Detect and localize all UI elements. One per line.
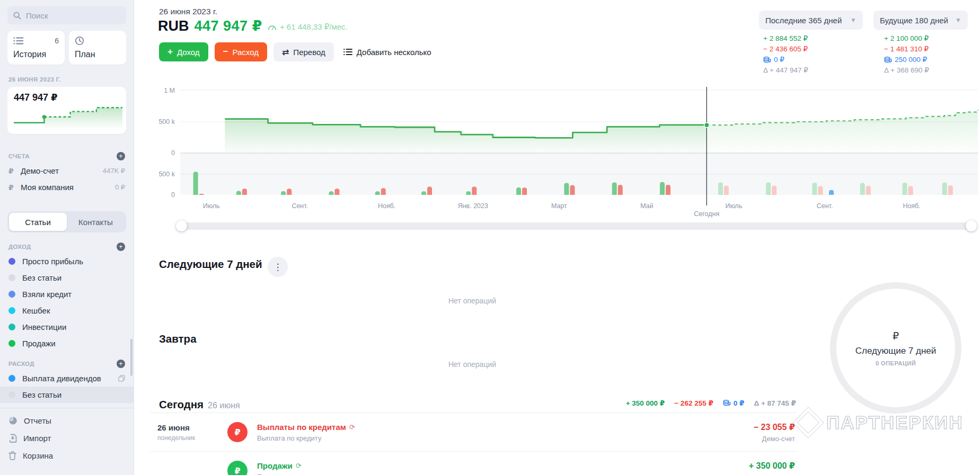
tab-contacts[interactable]: Контакты <box>67 213 125 231</box>
sidebar-item-import[interactable]: Импорт <box>0 429 134 447</box>
sidebar-item-trash[interactable]: Корзина <box>0 447 134 464</box>
transaction-row[interactable]: ₽ Продажи⟳ Продажи + 350 000 ₽ Демо-счет <box>150 451 796 475</box>
svg-text:Нояб.: Нояб. <box>378 202 395 210</box>
minus-icon: − <box>223 47 228 57</box>
monthly-rate: + 61 448,33 ₽/мес. <box>268 22 348 32</box>
category-label: Кешбек <box>22 306 50 315</box>
income-category-icon: ₽ <box>227 461 248 475</box>
search-icon <box>13 12 21 20</box>
watermark-logo-icon <box>793 408 824 438</box>
transaction-amount-block: + 350 000 ₽ Демо-счет <box>749 461 796 475</box>
sidebar-item-pie-chart[interactable]: Отчеты <box>0 412 134 429</box>
footer-label: Отчеты <box>24 416 51 425</box>
category-color-dot <box>8 391 15 398</box>
income-category-item[interactable]: Продажи <box>0 335 134 352</box>
svg-text:Сент.: Сент. <box>292 202 308 210</box>
svg-text:500 k: 500 k <box>158 171 175 178</box>
balance-flow-chart[interactable]: 1 M500 k0500 k0ИюльСент.Нояб.Янв. 2023Ма… <box>148 74 980 220</box>
accounts-header: СЧЕТА + <box>8 152 125 160</box>
category-color-dot <box>8 291 15 298</box>
plan-button[interactable]: План <box>69 31 126 65</box>
svg-text:Нояб.: Нояб. <box>903 202 920 210</box>
next7-summary-widget[interactable]: ₽ Следующие 7 дней 0 ОПЕРАЦИЙ <box>830 282 961 414</box>
today-summary: + 350 000 ₽ − 262 255 ₽ 0 ₽ Δ + 87 745 ₽ <box>477 399 796 407</box>
category-label: Взяли кредит <box>22 290 72 299</box>
watermark: ПАРТНЕРКИН <box>798 412 963 433</box>
recurring-icon: ⟳ <box>349 423 355 431</box>
expense-category-item[interactable]: Выплата дивидендов <box>0 370 134 387</box>
income-category-item[interactable]: Инвестиции <box>0 319 134 335</box>
ruble-icon: ₽ <box>8 183 15 192</box>
ruble-icon: ₽ <box>8 167 15 175</box>
past-transfers: 0 ₽ <box>763 55 808 65</box>
period-future-select[interactable]: Будущие 180 дней ▼ <box>873 11 968 30</box>
income-category-item[interactable]: Кешбек <box>0 302 134 319</box>
tomorrow-empty: Нет операций <box>148 360 796 369</box>
category-label: Продажи <box>22 339 56 348</box>
add-income-category-button[interactable]: + <box>117 243 125 251</box>
scrollbar-right-handle[interactable] <box>966 220 977 231</box>
import-icon <box>8 434 17 443</box>
income-category-item[interactable]: Взяли кредит <box>0 286 134 302</box>
income-category-item[interactable]: Без статьи <box>0 270 134 286</box>
transfer-button[interactable]: ⇄ Перевод <box>273 42 334 61</box>
recurring-icon: ⟳ <box>296 462 302 470</box>
future-expense: − 1 481 310 ₽ <box>884 44 929 55</box>
sidebar: Поиск 6 История План <box>0 0 134 475</box>
history-button[interactable]: 6 История <box>7 31 65 65</box>
add-expense-category-button[interactable]: + <box>117 360 125 368</box>
sidebar-scrollbar[interactable] <box>130 339 133 376</box>
accounts-list: ₽Демо-счет447K ₽₽Моя компания0 ₽ <box>0 163 134 195</box>
account-row[interactable]: ₽Моя компания0 ₽ <box>0 179 134 195</box>
income-button[interactable]: + Доход <box>159 42 208 61</box>
transaction-row[interactable]: 26 июня понедельник ₽ Выплаты по кредита… <box>150 413 796 451</box>
svg-text:Сент.: Сент. <box>817 202 833 210</box>
account-balance: 447K ₽ <box>103 167 125 175</box>
today-transfers: 0 ₽ <box>723 399 745 407</box>
period-past-select[interactable]: Последние 365 дней ▼ <box>759 11 863 30</box>
scheduled-icon <box>118 375 125 382</box>
svg-text:Май: Май <box>640 202 654 210</box>
sidebar-footer-nav: ОтчетыИмпортКорзина <box>0 412 134 464</box>
scrollbar-left-handle[interactable] <box>176 220 187 231</box>
list-add-icon <box>343 48 352 56</box>
category-color-dot <box>8 274 15 281</box>
svg-text:Янв. 2023: Янв. 2023 <box>458 202 488 210</box>
svg-text:Июль: Июль <box>203 202 220 210</box>
gauge-icon <box>268 23 277 31</box>
add-multiple-button[interactable]: Добавить несколько <box>343 48 431 57</box>
next7-title: Следующие 7 дней <box>159 258 262 271</box>
transaction-info: Выплаты по кредитам⟳ Выплата по кредиту <box>257 423 355 442</box>
svg-text:Сегодня: Сегодня <box>694 210 719 218</box>
account-balance: 0 ₽ <box>115 183 125 191</box>
chart-scrollbar[interactable] <box>178 222 975 230</box>
balance-amount: 447 947 ₽ <box>14 92 120 103</box>
widget-title: Следующие 7 дней <box>855 346 937 356</box>
transaction-date: 26 июня понедельник <box>150 423 227 442</box>
expense-header: РАСХОД + <box>8 360 125 368</box>
search-input[interactable]: Поиск <box>7 6 126 24</box>
add-account-button[interactable]: + <box>117 152 125 160</box>
income-category-item[interactable]: Просто прибыль <box>0 253 134 270</box>
tab-articles[interactable]: Статьи <box>9 213 67 231</box>
category-label: Просто прибыль <box>22 257 83 266</box>
category-label: Без статьи <box>22 273 61 282</box>
svg-text:1 M: 1 M <box>164 87 175 94</box>
category-label: Инвестиции <box>22 322 66 331</box>
account-row[interactable]: ₽Демо-счет447K ₽ <box>0 163 134 179</box>
svg-text:Март: Март <box>551 202 567 210</box>
transfer-arrows-icon: ⇄ <box>282 47 289 57</box>
expense-button[interactable]: − Расход <box>215 42 267 61</box>
expense-category-item[interactable]: Без статьи <box>0 387 134 403</box>
watermark-text: ПАРТНЕРКИН <box>826 412 963 433</box>
category-color-dot <box>8 258 15 265</box>
category-color-dot <box>8 340 15 347</box>
history-label: История <box>13 50 59 59</box>
kebab-menu-button[interactable]: ⋮ <box>268 257 288 277</box>
svg-text:0: 0 <box>171 149 175 157</box>
past-income: + 2 884 552 ₽ <box>763 33 808 44</box>
chevron-down-icon: ▼ <box>955 16 961 24</box>
expense-title: РАСХОД <box>8 361 34 367</box>
category-color-dot <box>8 375 15 382</box>
balance-card[interactable]: 447 947 ₽ <box>7 87 126 134</box>
